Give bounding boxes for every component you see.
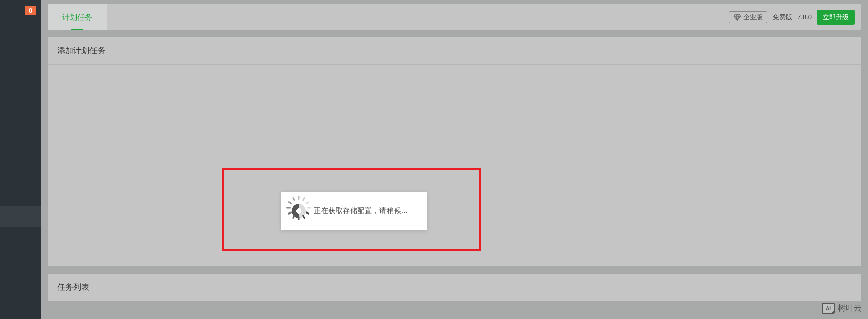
version-label: 7.8.0	[797, 13, 812, 21]
watermark-icon-text: AI	[826, 306, 831, 311]
upgrade-button[interactable]: 立即升级	[817, 10, 855, 25]
watermark-label: 树叶云	[838, 303, 862, 314]
loading-text: 正在获取存储配置，请稍候...	[314, 206, 408, 216]
task-list-header: 任务列表	[48, 274, 861, 301]
add-task-header: 添加计划任务	[48, 37, 861, 65]
tab-bar: 计划任务 企业版 免费版 7.8.0 立即升级	[48, 4, 861, 30]
diamond-icon	[733, 13, 741, 21]
watermark-icon: AI	[822, 303, 835, 314]
sidebar-active-item[interactable]	[0, 206, 41, 227]
free-edition-label: 免费版	[773, 13, 792, 22]
loading-modal: 正在获取存储配置，请稍候...	[281, 192, 427, 230]
watermark: AI 树叶云	[822, 303, 862, 314]
tab-label: 计划任务	[62, 13, 92, 22]
spinner-icon	[292, 204, 306, 218]
add-task-panel: 正在获取存储配置，请稍候...	[48, 65, 861, 266]
enterprise-button[interactable]: 企业版	[729, 11, 767, 23]
add-task-title: 添加计划任务	[57, 46, 106, 56]
sidebar: 0	[0, 0, 41, 319]
tab-bar-actions: 企业版 免费版 7.8.0 立即升级	[729, 4, 861, 30]
task-list-title: 任务列表	[57, 282, 89, 293]
tab-scheduled-tasks[interactable]: 计划任务	[48, 4, 107, 30]
main-area: 计划任务 企业版 免费版 7.8.0 立即升级 添加计划任务	[41, 0, 868, 319]
enterprise-label: 企业版	[743, 13, 763, 22]
notification-badge[interactable]: 0	[25, 6, 36, 15]
